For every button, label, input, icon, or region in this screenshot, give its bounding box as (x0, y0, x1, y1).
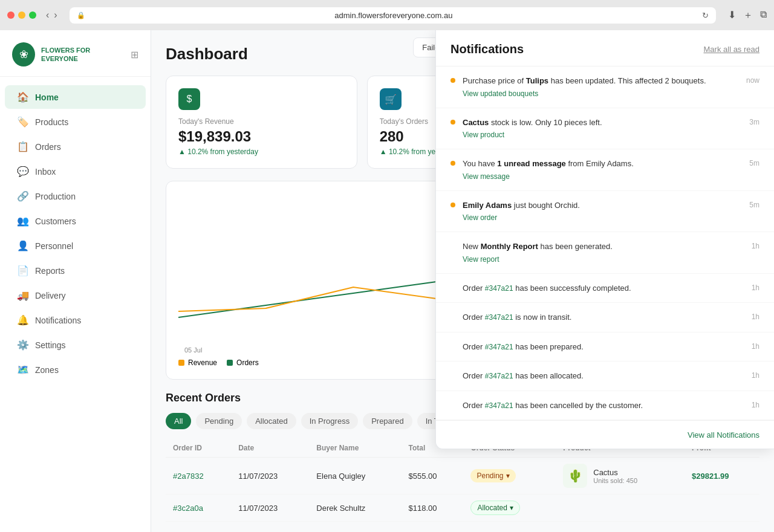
sidebar-label-personnel: Personnel (35, 241, 73, 251)
maximize-button[interactable] (29, 11, 36, 19)
sidebar-label-production: Production (35, 192, 76, 201)
minimize-button[interactable] (18, 11, 25, 19)
url-text: admin.flowersforeveryone.com.au (89, 11, 698, 20)
sidebar-item-products[interactable]: 🏷️ Products (5, 110, 146, 134)
view-product-link[interactable]: View product (463, 129, 742, 140)
view-all-notifications-link[interactable]: View all Notifications (688, 430, 759, 440)
order-profit-1: $29821.99 (685, 458, 759, 495)
order-total-1: $555.00 (402, 458, 464, 495)
col-order-id: Order ID (166, 439, 231, 458)
browser-toolbar: ⬇ ＋ ⧉ (728, 9, 767, 22)
orders-table: Order ID Date Buyer Name Total Order Sta… (166, 439, 759, 522)
table-row: #2a7832 11/07/2023 Elena Quigley $555.00… (166, 458, 759, 495)
notification-time: 1h (752, 371, 759, 380)
product-name-1: Cactus (593, 468, 637, 477)
product-info-1: Cactus Units sold: 450 (593, 468, 637, 484)
notification-item: Cactus stock is low. Only 10 pieces left… (436, 108, 774, 150)
col-buyer: Buyer Name (309, 439, 401, 458)
sidebar-label-inbox: Inbox (35, 167, 56, 177)
revenue-change: ▲ 10.2% from yesterday (178, 148, 345, 156)
notifications-icon: 🔔 (17, 314, 29, 326)
mark-all-read-link[interactable]: Mark all as read (704, 45, 759, 54)
order-ref-link[interactable]: #347a21 (485, 284, 513, 293)
notification-item: Order #347a21 is now in transit. 1h (436, 303, 774, 332)
reports-icon: 📄 (17, 265, 29, 276)
notification-item: Order #347a21 has been cancelled by the … (436, 391, 774, 421)
order-date-1: 11/07/2023 (231, 458, 309, 495)
order-profit-2 (685, 495, 759, 522)
chart-label-0: 05 Jul (184, 346, 202, 354)
app: ❀ FLOWERS FOR EVERYONE ⊞ 🏠 Home 🏷️ Produ… (0, 0, 774, 532)
tab-all[interactable]: All (166, 413, 191, 429)
close-button[interactable] (7, 11, 15, 19)
tab-in-progress[interactable]: In Progress (301, 413, 358, 429)
order-ref-link[interactable]: #347a21 (485, 343, 513, 351)
sidebar-item-production[interactable]: 🔗 Production (5, 184, 146, 208)
new-tab-icon[interactable]: ＋ (743, 9, 753, 22)
profit-value-1: $29821.99 (692, 472, 729, 481)
address-bar[interactable]: 🔒 admin.flowersforeveryone.com.au ↻ (70, 7, 716, 24)
notification-time: 5m (749, 201, 759, 209)
product-units-1: Units sold: 450 (593, 477, 637, 484)
lock-icon: 🔒 (77, 11, 85, 19)
legend-orders-dot (227, 360, 233, 366)
order-ref-link[interactable]: #347a21 (485, 313, 513, 322)
back-icon[interactable]: ‹ (46, 10, 49, 21)
order-link-2[interactable]: #3c2a0a (173, 504, 203, 513)
status-badge-pending: Pending ▾ (470, 469, 515, 482)
order-total-2: $118.00 (402, 495, 464, 522)
sidebar-item-orders[interactable]: 📋 Orders (5, 135, 146, 158)
sidebar-item-inbox[interactable]: 💬 Inbox (5, 160, 146, 183)
unread-dot (450, 120, 455, 125)
view-message-link[interactable]: View message (463, 171, 742, 182)
notifications-list: Purchase price of Tulips has been update… (436, 66, 774, 420)
revenue-stat-card: $ Today's Revenue $19,839.03 ▲ 10.2% fro… (166, 76, 357, 169)
tabs-icon[interactable]: ⧉ (760, 9, 767, 22)
tab-prepared[interactable]: Prepared (363, 413, 412, 429)
personnel-icon: 👤 (17, 240, 29, 251)
notification-item: Purchase price of Tulips has been update… (436, 66, 774, 108)
sidebar-item-home[interactable]: 🏠 Home (5, 85, 146, 109)
notifications-panel: Notifications Mark all as read Purchase … (435, 30, 774, 449)
notification-time: 3m (749, 118, 759, 126)
logo: ❀ FLOWERS FOR EVERYONE ⊞ (0, 30, 151, 77)
reload-icon[interactable]: ↻ (702, 11, 709, 20)
legend-revenue: Revenue (178, 358, 217, 367)
revenue-label: Today's Revenue (178, 117, 345, 126)
sidebar-item-personnel[interactable]: 👤 Personnel (5, 234, 146, 258)
notification-body: Order #347a21 is now in transit. (463, 311, 744, 323)
view-order-link[interactable]: View order (463, 212, 742, 223)
sidebar-item-customers[interactable]: 👥 Customers (5, 209, 146, 233)
product-thumbnail-1: 🌵 (563, 464, 587, 488)
notifications-header: Notifications Mark all as read (436, 30, 774, 66)
order-ref-link[interactable]: #347a21 (485, 372, 513, 380)
view-updated-bouquets-link[interactable]: View updated bouquets (463, 88, 739, 99)
sidebar-item-reports[interactable]: 📄 Reports (5, 259, 146, 282)
view-report-link[interactable]: View report (463, 254, 744, 265)
order-product-2 (556, 495, 685, 522)
sidebar-label-products: Products (35, 117, 68, 127)
download-icon[interactable]: ⬇ (728, 9, 736, 22)
traffic-lights (7, 11, 36, 19)
sidebar-item-settings[interactable]: ⚙️ Settings (5, 333, 146, 357)
sidebar-item-zones[interactable]: 🗺️ Zones (5, 358, 146, 381)
sidebar-expand-icon[interactable]: ⊞ (131, 49, 138, 60)
logo-text: FLOWERS FOR EVERYONE (41, 46, 125, 63)
forward-icon[interactable]: › (54, 10, 57, 21)
order-link-1[interactable]: #2a7832 (173, 472, 204, 481)
order-date-2: 11/07/2023 (231, 495, 309, 522)
inbox-icon: 💬 (17, 166, 29, 177)
notification-body: Order #347a21 has been successfuly compl… (463, 282, 744, 294)
tab-pending[interactable]: Pending (196, 413, 242, 429)
notification-item: New Monthly Report has been generated. V… (436, 232, 774, 274)
sidebar-item-delivery[interactable]: 🚚 Delivery (5, 284, 146, 307)
table-row: #3c2a0a 11/07/2023 Derek Schultz $118.00… (166, 495, 759, 522)
tab-allocated[interactable]: Allocated (247, 413, 296, 429)
read-dot (450, 314, 455, 319)
notification-time: 1h (752, 401, 759, 409)
settings-icon: ⚙️ (17, 339, 29, 351)
legend-revenue-label: Revenue (188, 358, 217, 367)
order-ref-link[interactable]: #347a21 (485, 401, 513, 410)
sidebar-item-notifications[interactable]: 🔔 Notifications (5, 308, 146, 332)
orders-icon: 📋 (17, 141, 29, 152)
